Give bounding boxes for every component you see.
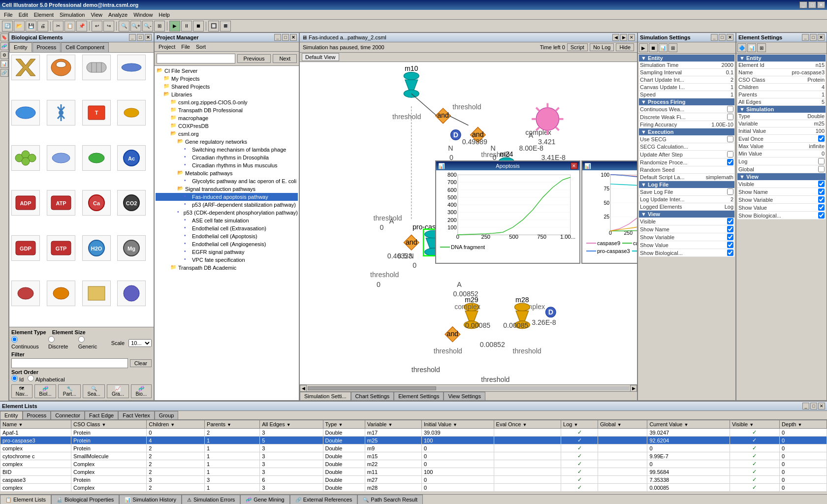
tab-chart-settings[interactable]: Chart Settings [351, 392, 394, 400]
menu-edit[interactable]: Edit [16, 11, 31, 19]
tree-item-gene_reg[interactable]: 📂 Gene regulatory networks [156, 138, 298, 146]
checkbox-visible[interactable] [727, 218, 733, 224]
toolbar-btn-13[interactable]: ⊞ [154, 21, 165, 32]
section-header-process-firing[interactable]: ▼ Process Firing [639, 98, 734, 105]
elem-settings-icon-1[interactable]: 🔷 [737, 43, 746, 52]
project-menu-project[interactable]: Project [157, 43, 177, 50]
bio-elem-13[interactable]: ADP [11, 190, 40, 216]
elem-settings-max[interactable]: □ [810, 34, 817, 41]
sidebar-icon-4[interactable]: 📊 [0, 60, 8, 68]
elem-list-tab-connector[interactable]: Connector [51, 411, 85, 419]
prev-button[interactable]: Previous [237, 54, 271, 63]
tree-item-transpath_pro[interactable]: 📁 Transpath DB Professional [156, 106, 298, 114]
section-header-entity[interactable]: ▼ Entity [639, 55, 734, 62]
script-btn[interactable]: Script [567, 43, 588, 51]
toolbar-btn-14[interactable]: 🔲 [208, 21, 219, 32]
checkbox-show-value[interactable] [727, 242, 733, 248]
bio-panel-max[interactable]: □ [137, 34, 144, 41]
toolbar-btn-1[interactable]: 🔄 [2, 21, 13, 32]
bio-btn2[interactable]: 🧬 Bio... [131, 384, 152, 398]
project-panel-close[interactable]: ✕ [290, 34, 297, 41]
tree-item-signal_trans[interactable]: 📂 Signal transduction pathways [156, 185, 298, 193]
checkbox-log[interactable] [818, 158, 825, 164]
menu-simulation[interactable]: Simulation [57, 11, 88, 19]
bio-elem-9[interactable] [11, 145, 40, 171]
tree-item-vpc[interactable]: • VPC fate specification [156, 256, 298, 264]
col-header-all-edges[interactable]: All Edges ▼ [260, 420, 323, 429]
checkbox-update-after-step[interactable] [727, 151, 733, 158]
toolbar-btn-6[interactable]: 📋 [64, 21, 75, 32]
bio-elem-3[interactable] [82, 55, 111, 80]
close-button[interactable]: ✕ [817, 1, 825, 8]
bio-elem-23[interactable] [82, 281, 111, 306]
menu-view[interactable]: View [88, 11, 105, 19]
col-header-cso-class[interactable]: CSO Class ▼ [71, 420, 146, 429]
bio-elem-6[interactable] [47, 100, 75, 126]
col-header-type[interactable]: Type ▼ [323, 420, 365, 429]
radio-sort-alpha[interactable]: Alphabetical [28, 375, 64, 382]
apoptosis-chart-close[interactable]: ✕ [571, 162, 577, 169]
footer-tab-simulation-history[interactable]: 📊 Simulation History [119, 495, 182, 504]
col-header-current-value[interactable]: Current Value ▼ [647, 420, 730, 429]
toolbar-btn-5[interactable]: ✂ [53, 21, 64, 32]
bio-elem-17[interactable]: GDP [11, 235, 40, 261]
toolbar-btn-15[interactable]: 🔳 [220, 21, 231, 32]
tree-item-fas_apoptosis[interactable]: • Fas-induced apoptosis pathway [156, 193, 298, 201]
tab-cell-component[interactable]: Cell Component [61, 42, 109, 52]
sim-settings-max[interactable]: □ [719, 34, 726, 41]
bio-elem-14[interactable]: ATP [47, 190, 75, 216]
tree-item-shared_projects[interactable]: 📁 Shared Projects [156, 83, 298, 91]
tree-item-csml_org[interactable]: 📂 csml.org [156, 130, 298, 138]
project-search-input[interactable] [157, 54, 235, 63]
checkbox-show-name[interactable] [727, 226, 733, 232]
sidebar-icon-5[interactable]: 🔗 [0, 69, 8, 77]
bio-elem-4[interactable] [117, 55, 146, 80]
tree-item-csml_zip[interactable]: 📁 csml.org.zipped-CIOS.0-only [156, 98, 298, 106]
col-header-initial-value[interactable]: Initial Value ▼ [422, 420, 494, 429]
clear-filter-btn[interactable]: Clear [130, 359, 152, 367]
hscroll-thumb[interactable] [308, 386, 436, 390]
elem-settings-close[interactable]: ✕ [818, 34, 825, 41]
canvas-content[interactable]: m10 and and threshold threshold [300, 62, 637, 391]
sim-settings-icon-3[interactable]: 📊 [659, 43, 668, 52]
bio-elem-18[interactable]: GTP [47, 235, 75, 261]
canvas-panel-min[interactable]: ◀ [612, 34, 619, 41]
checkbox-show-biological---[interactable] [727, 250, 733, 256]
hscroll-track[interactable] [308, 386, 629, 390]
bio-panel-min[interactable]: _ [129, 34, 136, 41]
elem-list-tab-fact-vertex[interactable]: Fact Vertex [118, 411, 155, 419]
elem-list-tab-fact-edge[interactable]: Fact Edge [85, 411, 118, 419]
tree-item-libraries[interactable]: 📂 Libraries [156, 91, 298, 98]
sim-settings-icon-4[interactable]: ⊞ [668, 43, 677, 52]
maximize-button[interactable]: □ [808, 1, 816, 8]
checkbox-continuous-wea---[interactable] [727, 106, 733, 112]
table-row[interactable]: Apaf-1Protein023Doublem1739.039✓39.0247✓… [0, 429, 827, 437]
bio-elem-2[interactable] [47, 55, 75, 80]
table-row[interactable]: caspase3Protein336Doublem270✓7.35338✓0 [0, 476, 827, 484]
menu-analyze[interactable]: Analyze [105, 11, 130, 19]
col-header-children[interactable]: Children ▼ [147, 420, 205, 429]
bio-elem-7[interactable]: T [82, 100, 111, 126]
tree-item-endothelial_ang[interactable]: • Endothelial cell (Angiogenesis) [156, 240, 298, 248]
sidebar-icon-3[interactable]: ⚙ [0, 51, 8, 59]
table-row[interactable]: cytochrome cSmallMolecule213Doublem150✓9… [0, 452, 827, 460]
table-row[interactable]: complexProtein213Doublem90✓0✓0 [0, 444, 827, 452]
hide-btn[interactable]: Hide [616, 43, 634, 51]
sidebar-icon-1[interactable]: 🔖 [0, 33, 8, 41]
toolbar-btn-10[interactable]: 🔍 [119, 21, 129, 32]
biol-btn[interactable]: 🧬 Biol... [34, 384, 56, 398]
bottom-panel-max[interactable]: □ [810, 403, 817, 410]
elem-list-tab-process[interactable]: Process [23, 411, 51, 419]
hscroll-right[interactable]: ▶ [630, 385, 637, 392]
col-header-variable[interactable]: Variable ▼ [365, 420, 421, 429]
checkbox-show-variable[interactable] [727, 234, 733, 240]
tab-view-settings[interactable]: View Settings [444, 392, 485, 400]
tree-item-glycolytic[interactable]: • Glycolytic pathway and lac operon of E… [156, 177, 298, 185]
bio-elem-20[interactable]: Mg [117, 235, 146, 261]
canvas-hscrollbar[interactable]: ◀ ▶ [300, 384, 637, 391]
footer-tab-path-search-result[interactable]: 🔍 Path Search Result [357, 495, 423, 504]
canvas-panel-right[interactable]: ▶ [620, 34, 627, 41]
col-header-log[interactable]: Log ▼ [561, 420, 598, 429]
tree-item-p53_cdk[interactable]: • p53 (CDK-dependent phosphorylation pat… [156, 209, 298, 217]
bio-elem-1[interactable] [11, 55, 40, 80]
